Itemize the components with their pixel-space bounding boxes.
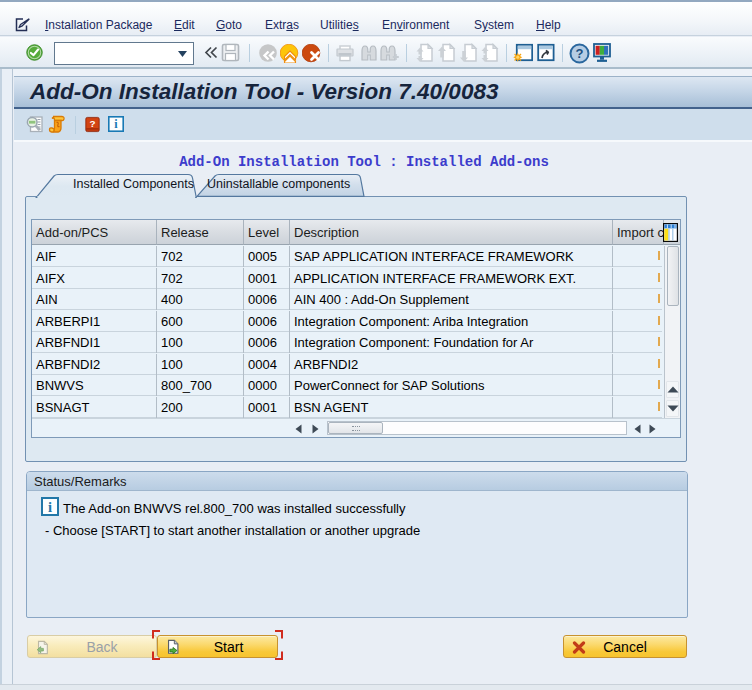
svg-text:i: i [48, 499, 52, 515]
svg-text:?: ? [89, 118, 95, 129]
svg-text:?: ? [576, 46, 584, 61]
